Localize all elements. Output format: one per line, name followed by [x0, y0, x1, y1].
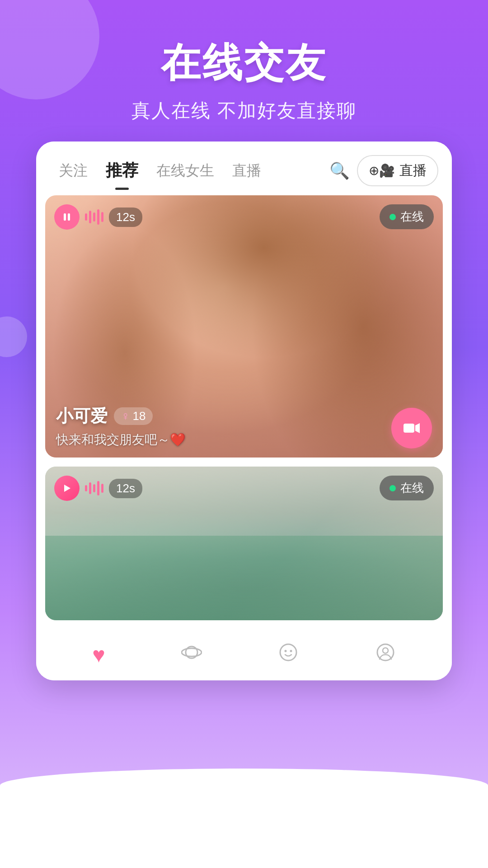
pause-button[interactable] [54, 204, 80, 230]
pause-icon [62, 212, 72, 222]
svg-marker-3 [415, 423, 420, 433]
chat-svg [278, 642, 299, 663]
svg-rect-1 [68, 213, 70, 221]
nav-chat[interactable] [278, 642, 299, 668]
svg-point-8 [285, 650, 287, 652]
play-button[interactable] [54, 476, 80, 501]
duration-badge-2: 12s [109, 479, 142, 498]
card2-top-controls: 12s [54, 476, 142, 501]
svg-point-9 [290, 650, 292, 652]
main-title: 在线交友 [0, 36, 488, 90]
home-heart-icon: ♥ [92, 642, 105, 667]
search-button[interactable]: 🔍 [322, 157, 357, 185]
waveform-display-2 [85, 481, 103, 495]
nav-home[interactable]: ♥ [92, 642, 105, 667]
gender-icon: ♀ [121, 409, 130, 423]
explore-planet-icon [181, 642, 202, 668]
planet-svg [181, 642, 202, 663]
svg-marker-4 [64, 485, 70, 492]
bg-wave-decoration [0, 769, 488, 868]
online-text: 在线 [400, 209, 424, 225]
live-button-label: 直播 [399, 161, 427, 180]
tab-guanzhu[interactable]: 关注 [50, 156, 97, 185]
online-status-badge: 在线 [380, 204, 434, 229]
user-name-row: 小可爱 ♀ 18 [56, 405, 186, 428]
start-live-button[interactable]: ⊕🎥 直播 [357, 155, 438, 186]
tab-bar: 关注 推荐 在线女生 直播 🔍 ⊕🎥 直播 [36, 142, 452, 186]
card2-lower-bg [45, 536, 443, 620]
video-camera-icon [403, 419, 421, 437]
video-call-button[interactable] [391, 408, 432, 448]
camera-icon: ⊕🎥 [369, 163, 395, 178]
profile-svg [375, 642, 396, 663]
header-section: 在线交友 真人在线 不加好友直接聊 [0, 0, 488, 142]
bottom-navigation: ♥ [36, 629, 452, 680]
tab-online-girls[interactable]: 在线女生 [147, 156, 223, 185]
nav-profile[interactable] [375, 642, 396, 668]
svg-rect-0 [64, 213, 66, 221]
content-area: 12s 在线 小可爱 ♀ 18 快来和我交朋友吧～❤️ [36, 186, 452, 620]
video-card-1[interactable]: 12s 在线 小可爱 ♀ 18 快来和我交朋友吧～❤️ [45, 195, 443, 458]
age-text: 18 [133, 409, 146, 423]
bg-decoration-circle-mid [0, 316, 27, 357]
tab-live[interactable]: 直播 [223, 156, 270, 185]
online-status-badge-2: 在线 [380, 476, 434, 500]
online-indicator-2 [389, 485, 396, 491]
play-icon [62, 483, 72, 493]
svg-point-7 [280, 644, 296, 660]
sub-title: 真人在线 不加好友直接聊 [0, 98, 488, 123]
card1-top-controls: 12s [54, 204, 142, 230]
tab-tuijian[interactable]: 推荐 [97, 155, 147, 186]
online-text-2: 在线 [400, 480, 424, 496]
svg-rect-2 [404, 424, 414, 433]
duration-badge: 12s [109, 208, 142, 227]
user-description: 快来和我交朋友吧～❤️ [56, 431, 186, 448]
nav-explore[interactable] [181, 642, 202, 668]
gender-age-badge: ♀ 18 [114, 407, 153, 425]
profile-icon [375, 642, 396, 668]
chat-face-icon [278, 642, 299, 668]
user-name: 小可爱 [56, 405, 108, 428]
card1-bottom-info: 小可爱 ♀ 18 快来和我交朋友吧～❤️ [56, 405, 432, 448]
user-info: 小可爱 ♀ 18 快来和我交朋友吧～❤️ [56, 405, 186, 448]
online-indicator [389, 214, 396, 220]
app-card: 关注 推荐 在线女生 直播 🔍 ⊕🎥 直播 [36, 142, 452, 680]
video-card-2[interactable]: 12s 在线 [45, 467, 443, 620]
waveform-display [85, 209, 103, 225]
svg-point-6 [182, 648, 202, 656]
svg-point-11 [383, 648, 388, 653]
